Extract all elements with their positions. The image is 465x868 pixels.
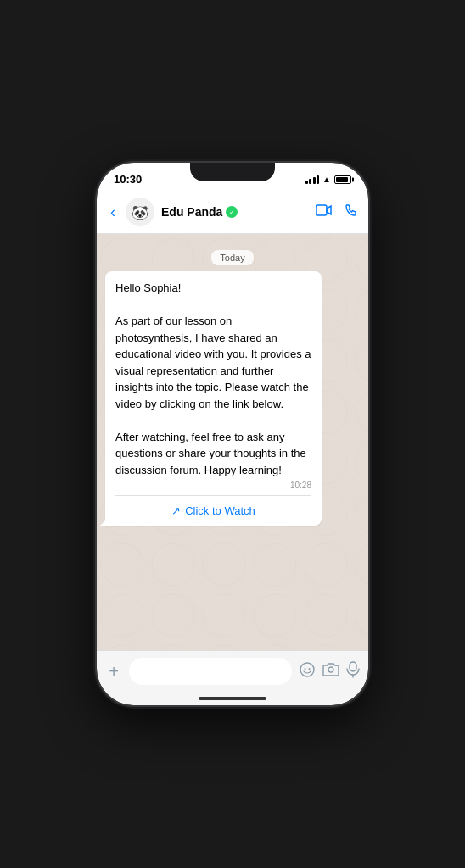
click-to-watch-label: Click to Watch (185, 504, 255, 517)
svg-point-2 (305, 668, 306, 670)
mic-icon[interactable] (346, 661, 360, 682)
home-bar (199, 697, 266, 700)
message-text: Hello Sophia! As part of our lesson on p… (115, 280, 311, 478)
camera-icon[interactable] (322, 662, 339, 682)
verified-badge-icon: ✓ (226, 206, 238, 218)
message-meta: 10:28 (115, 481, 311, 490)
status-icons: ▲ (305, 175, 351, 184)
video-call-icon[interactable] (316, 204, 333, 220)
message-wrapper: Hello Sophia! As part of our lesson on p… (105, 271, 360, 526)
contact-name: Edu Panda (161, 205, 222, 219)
sticker-icon[interactable] (299, 661, 316, 682)
date-label: Today (105, 249, 360, 264)
back-button[interactable]: ‹ (107, 202, 119, 223)
home-indicator (97, 693, 368, 705)
contact-info: Edu Panda ✓ (161, 205, 309, 219)
avatar-emoji: 🐼 (132, 204, 148, 220)
header-actions (316, 203, 358, 220)
signal-bars-icon (305, 175, 320, 184)
plus-button[interactable]: + (105, 659, 122, 683)
status-bar: 10:30 ▲ (97, 163, 368, 191)
svg-point-4 (328, 667, 333, 672)
svg-point-3 (309, 668, 311, 670)
svg-point-1 (300, 663, 314, 676)
status-time: 10:30 (114, 173, 142, 186)
battery-fill (336, 177, 348, 182)
message-divider (115, 495, 311, 496)
phone-screen: 10:30 ▲ ‹ 🐼 Edu Panda ✓ (97, 163, 368, 705)
phone-call-icon[interactable] (345, 203, 358, 220)
svg-rect-5 (350, 662, 356, 671)
chat-header: ‹ 🐼 Edu Panda ✓ (97, 191, 368, 234)
wifi-icon: ▲ (322, 175, 331, 184)
svg-rect-0 (316, 205, 327, 215)
phone-frame: 10:30 ▲ ‹ 🐼 Edu Panda ✓ (97, 163, 368, 705)
message-bubble: Hello Sophia! As part of our lesson on p… (105, 271, 322, 526)
battery-icon (334, 175, 351, 184)
avatar: 🐼 (126, 198, 154, 226)
notch (190, 163, 275, 181)
click-to-watch-link[interactable]: ↗ Click to Watch (115, 501, 311, 520)
message-input[interactable] (129, 658, 292, 685)
input-actions (299, 661, 360, 682)
date-text: Today (211, 250, 253, 265)
chat-area: Today Hello Sophia! As part of our lesso… (97, 234, 368, 650)
message-time: 10:28 (290, 481, 311, 490)
plus-icon: + (109, 662, 119, 682)
input-bar: + (97, 650, 368, 693)
external-link-icon: ↗ (171, 504, 181, 517)
